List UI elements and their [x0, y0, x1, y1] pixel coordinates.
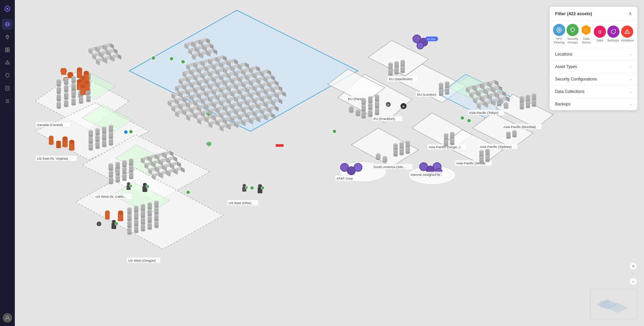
svg-point-100 [332, 129, 336, 133]
svg-point-66 [115, 171, 120, 173]
user-avatar[interactable] [3, 313, 12, 323]
app-logo [2, 3, 13, 14]
svg-rect-8 [8, 50, 9, 52]
sidebar-item-alerts[interactable] [2, 57, 13, 68]
svg-point-92 [354, 163, 362, 171]
svg-point-57 [78, 96, 83, 98]
filter-security-chevron: ⌄ [629, 77, 632, 81]
svg-text:US East (Ohio): US East (Ohio) [229, 201, 251, 205]
filter-icons-row: VPCPeering SecurityGroups ⬡ [550, 21, 637, 48]
svg-text:EU (Stockholm): EU (Stockholm) [389, 77, 413, 81]
svg-text:US West (N. Califo...: US West (N. Califo... [96, 195, 127, 198]
filter-backups-chevron: ⌄ [629, 102, 632, 106]
sidebar-item-map[interactable] [2, 19, 13, 30]
filter-icon-data[interactable]: {} Data [594, 26, 606, 42]
svg-text:Asia Pacific (Singa...): Asia Pacific (Singa...) [429, 145, 461, 149]
filter-panel: Filter (422 assets) ∧ VPCPeering [550, 7, 637, 110]
svg-text:US East (N. Virginia): US East (N. Virginia) [37, 157, 68, 160]
filter-icon-data-stores-label: DataStores [582, 37, 590, 44]
filter-backups-row-label: Backups [555, 102, 571, 106]
svg-point-99 [181, 60, 185, 64]
svg-rect-5 [5, 48, 7, 50]
filter-row-backups[interactable]: Backups ⌄ [550, 98, 637, 110]
filter-locations-chevron: ⌄ [629, 52, 632, 56]
filter-title: Filter (422 assets) [555, 11, 592, 16]
filter-icon-vpc-label: VPCPeering [554, 37, 565, 44]
svg-text:⊕: ⊕ [387, 103, 389, 106]
svg-text:EU (Paris): EU (Paris) [348, 97, 363, 101]
filter-row-security-configurations[interactable]: Security Configurations ⌄ [550, 73, 637, 86]
zoom-out-button[interactable]: − [629, 278, 637, 286]
svg-rect-164 [601, 301, 609, 307]
svg-point-101 [129, 130, 133, 134]
filter-security-label: Security Configurations [555, 77, 597, 82]
filter-row-asset-types[interactable]: Asset Types ⌄ [550, 61, 637, 73]
svg-text:EU (London): EU (London) [417, 93, 437, 96]
svg-point-75 [497, 104, 502, 106]
sidebar-bottom [3, 313, 12, 323]
svg-rect-46 [64, 77, 68, 83]
sidebar-item-security[interactable] [2, 70, 13, 81]
filter-icon-data-label: Data [597, 39, 603, 42]
svg-point-107 [460, 116, 464, 120]
filter-close-button[interactable]: ∧ [629, 11, 632, 16]
svg-point-87 [417, 42, 424, 49]
zoom-controls: + − [629, 262, 637, 286]
filter-icon-vpc-peering[interactable]: VPCPeering [553, 24, 565, 44]
svg-point-98 [170, 57, 174, 61]
svg-text:Asia Pacific (Tokyo): Asia Pacific (Tokyo) [469, 111, 498, 115]
svg-point-63 [108, 168, 113, 170]
svg-point-0 [6, 8, 8, 10]
svg-point-51 [105, 210, 110, 214]
svg-text:AT&T Corp: AT&T Corp [336, 176, 353, 180]
svg-rect-106 [276, 144, 284, 147]
sidebar-item-locations[interactable] [2, 32, 13, 42]
filter-icon-security-label: SecurityGroups [567, 37, 578, 44]
sidebar-item-reports[interactable] [2, 83, 13, 94]
svg-point-54 [71, 93, 76, 95]
svg-point-104 [186, 190, 190, 194]
filter-icon-violations-label: Violations [621, 39, 634, 42]
sidebar-item-list[interactable] [2, 96, 13, 106]
minimap[interactable] [590, 289, 637, 319]
svg-rect-7 [5, 50, 7, 52]
svg-text:Asia Pacific (Seoul): Asia Pacific (Seoul) [456, 161, 485, 165]
svg-rect-49 [56, 141, 61, 148]
svg-point-121 [130, 185, 132, 187]
filter-icon-backups[interactable]: Backups [607, 26, 619, 42]
svg-point-81 [376, 158, 381, 160]
svg-text:Internal Assigned N...: Internal Assigned N... [411, 173, 443, 176]
sidebar-item-assets[interactable] [2, 44, 13, 55]
svg-rect-11 [6, 86, 9, 90]
filter-icon-violations[interactable]: Violations [621, 26, 634, 42]
svg-point-160 [627, 33, 628, 34]
svg-point-111 [96, 221, 102, 227]
filter-data-collections-label: Data Collections [555, 89, 584, 94]
main-map[interactable]: /* cube grid rendered below */ [15, 0, 644, 326]
svg-point-69 [349, 111, 354, 113]
filter-row-data-collections[interactable]: Data Collections ⌄ [550, 86, 637, 98]
filter-icon-data-stores[interactable]: ⬡ DataStores [580, 24, 592, 44]
svg-point-10 [7, 63, 8, 64]
svg-text:22-300: 22-300 [427, 38, 436, 41]
svg-point-97 [152, 56, 156, 60]
svg-text:EU (Frankfurt): EU (Frankfurt) [374, 117, 395, 121]
filter-header: Filter (422 assets) ∧ [550, 7, 637, 21]
zoom-in-button[interactable]: + [629, 262, 637, 270]
filter-asset-types-chevron: ⌄ [629, 65, 632, 68]
filter-icon-backups-label: Backups [608, 39, 619, 42]
svg-point-105 [250, 186, 254, 190]
filter-locations-label: Locations [555, 52, 572, 57]
filter-row-locations[interactable]: Locations ⌄ [550, 48, 637, 61]
filter-icon-security-groups[interactable]: SecurityGroups [567, 24, 579, 44]
svg-point-84 [383, 161, 387, 163]
filter-data-collections-chevron: ⌄ [629, 90, 632, 93]
filter-asset-types-label: Asset Types [555, 64, 577, 69]
svg-point-48 [49, 136, 54, 139]
svg-text:⬡: ⬡ [584, 28, 588, 32]
svg-point-118 [245, 186, 248, 189]
svg-rect-6 [8, 48, 9, 50]
svg-point-102 [124, 130, 128, 134]
svg-text:Asia Pacific (Mumbai): Asia Pacific (Mumbai) [503, 125, 536, 129]
sidebar [0, 0, 15, 326]
